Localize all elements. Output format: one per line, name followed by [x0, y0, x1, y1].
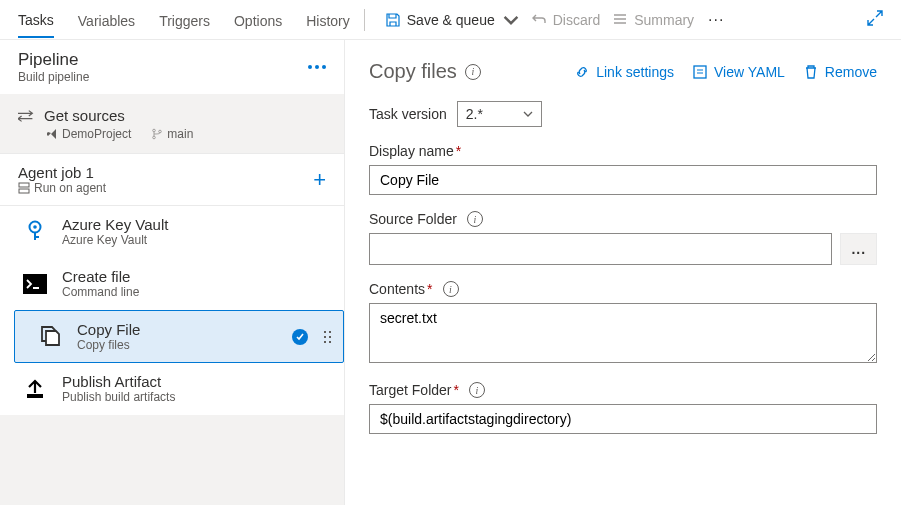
display-name-input[interactable] [369, 165, 877, 195]
pipeline-more-button[interactable] [308, 65, 326, 69]
task-item-publish-artifact[interactable]: Publish Artifact Publish build artifacts [0, 363, 344, 415]
more-button[interactable]: ··· [700, 11, 732, 29]
source-folder-input[interactable] [369, 233, 832, 265]
task-name: Azure Key Vault [62, 216, 168, 233]
yaml-icon [692, 64, 708, 80]
view-yaml-button[interactable]: View YAML [692, 64, 785, 80]
task-item-copy-file[interactable]: Copy File Copy files [14, 310, 344, 363]
keyvault-icon [20, 217, 50, 247]
agent-job-item[interactable]: Agent job 1 Run on agent + [0, 153, 344, 206]
svg-rect-8 [27, 394, 43, 398]
terminal-icon [20, 269, 50, 299]
repo-meta: DemoProject [46, 127, 131, 141]
pipeline-title: Pipeline [18, 50, 89, 70]
expand-icon[interactable] [867, 10, 883, 29]
display-name-label: Display name* [369, 143, 461, 159]
svg-rect-4 [19, 189, 29, 193]
undo-icon [531, 12, 547, 28]
pipeline-sub: Build pipeline [18, 70, 89, 84]
task-name: Copy File [77, 321, 280, 338]
summary-button: Summary [606, 8, 700, 32]
branch-icon [151, 128, 163, 140]
add-task-button[interactable]: + [313, 167, 326, 193]
save-queue-label: Save & queue [407, 12, 495, 28]
trash-icon [803, 64, 819, 80]
selected-badge-icon [292, 329, 308, 345]
link-icon [574, 64, 590, 80]
browse-button[interactable]: ... [840, 233, 877, 265]
publish-icon [20, 374, 50, 404]
discard-label: Discard [553, 12, 600, 28]
link-settings-button[interactable]: Link settings [574, 64, 674, 80]
get-sources-item[interactable]: Get sources DemoProject main [0, 95, 344, 153]
contents-input[interactable] [369, 303, 877, 363]
server-icon [18, 182, 30, 194]
copy-icon [35, 322, 65, 352]
drag-handle[interactable] [324, 331, 331, 343]
task-sub: Copy files [77, 338, 280, 352]
task-sub: Command line [62, 285, 139, 299]
agent-job-title: Agent job 1 [18, 164, 106, 181]
task-sub: Publish build artifacts [62, 390, 175, 404]
svg-point-6 [33, 225, 37, 229]
contents-label: Contents* [369, 281, 433, 297]
task-item-create-file[interactable]: Create file Command line [0, 258, 344, 310]
svg-rect-9 [694, 66, 706, 78]
info-icon[interactable]: i [443, 281, 459, 297]
get-sources-icon [18, 109, 36, 123]
divider [364, 9, 365, 31]
info-icon[interactable]: i [469, 382, 485, 398]
remove-button[interactable]: Remove [803, 64, 877, 80]
chevron-down-icon [523, 109, 533, 119]
task-sub: Azure Key Vault [62, 233, 168, 247]
summary-icon [612, 12, 628, 28]
tab-options[interactable]: Options [234, 3, 282, 37]
target-folder-label: Target Folder* [369, 382, 459, 398]
task-version-value: 2.* [466, 106, 483, 122]
svg-rect-7 [23, 274, 47, 294]
target-folder-input[interactable] [369, 404, 877, 434]
tab-triggers[interactable]: Triggers [159, 3, 210, 37]
discard-button: Discard [525, 8, 606, 32]
svg-rect-3 [19, 183, 29, 187]
save-queue-button[interactable]: Save & queue [379, 8, 525, 32]
summary-label: Summary [634, 12, 694, 28]
tab-variables[interactable]: Variables [78, 3, 135, 37]
agent-job-sub: Run on agent [34, 181, 106, 195]
branch-meta: main [151, 127, 193, 141]
source-folder-label: Source Folder [369, 211, 457, 227]
tab-history[interactable]: History [306, 3, 350, 37]
svg-point-1 [153, 136, 156, 139]
vs-icon [46, 128, 58, 140]
panel-title: Copy files [369, 60, 457, 83]
svg-point-0 [153, 129, 156, 132]
save-icon [385, 12, 401, 28]
task-name: Create file [62, 268, 139, 285]
get-sources-title: Get sources [44, 107, 125, 124]
task-version-label: Task version [369, 106, 447, 122]
task-version-select[interactable]: 2.* [457, 101, 542, 127]
task-name: Publish Artifact [62, 373, 175, 390]
svg-point-2 [159, 130, 162, 133]
task-item-azure-key-vault[interactable]: Azure Key Vault Azure Key Vault [0, 206, 344, 258]
tab-tasks[interactable]: Tasks [18, 2, 54, 38]
info-icon[interactable]: i [467, 211, 483, 227]
info-icon[interactable]: i [465, 64, 481, 80]
chevron-down-icon [503, 12, 519, 28]
